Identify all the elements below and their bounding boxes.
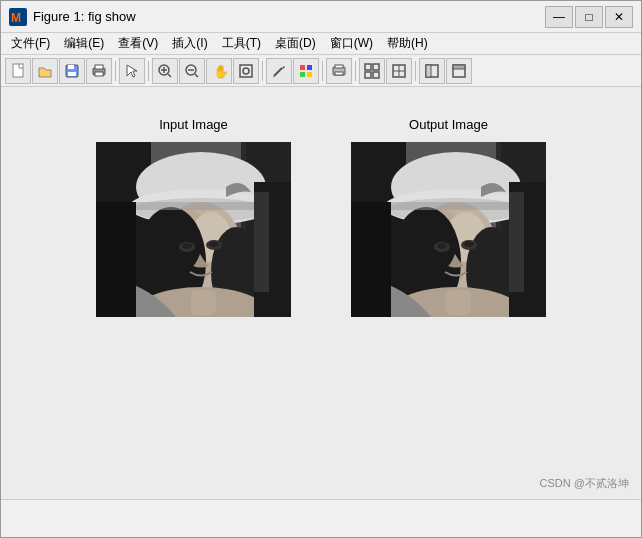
svg-rect-28 [335,72,343,75]
print-button[interactable] [86,58,112,84]
toolbar: ✋ [1,55,641,87]
svg-rect-58 [191,290,216,315]
svg-rect-22 [300,65,305,70]
svg-rect-39 [453,65,465,69]
input-lena-image [96,142,291,317]
separator-6 [415,61,416,81]
svg-rect-32 [373,72,379,78]
input-image-frame [96,142,291,317]
menu-view[interactable]: 查看(V) [112,33,164,54]
color-button[interactable] [293,58,319,84]
zoom-out-button[interactable] [179,58,205,84]
title-bar: M Figure 1: fig show — □ ✕ [1,1,641,33]
window-controls: — □ ✕ [545,6,633,28]
input-image-label: Input Image [159,117,228,132]
input-image-panel: Input Image [96,117,291,317]
menu-tools[interactable]: 工具(T) [216,33,267,54]
svg-rect-5 [68,72,76,76]
save-button[interactable] [59,58,85,84]
matlab-icon: M [9,8,27,26]
svg-marker-9 [127,65,137,77]
svg-rect-81 [351,202,391,317]
svg-rect-29 [365,64,371,70]
window-title: Figure 1: fig show [33,9,545,24]
watermark: CSDN @不贰洛坤 [540,476,629,491]
separator-1 [115,61,116,81]
svg-rect-4 [68,65,74,69]
output-image-panel: Output Image [351,117,546,317]
svg-text:✋: ✋ [213,63,227,79]
svg-point-54 [182,243,192,249]
menu-window[interactable]: 窗口(W) [324,33,379,54]
separator-3 [262,61,263,81]
open-file-button[interactable] [32,58,58,84]
separator-4 [322,61,323,81]
output-image-label: Output Image [409,117,488,132]
new-file-button[interactable] [5,58,31,84]
svg-rect-61 [254,192,269,292]
close-button[interactable]: ✕ [605,6,633,28]
zoom-extent-button[interactable] [233,58,259,84]
svg-point-76 [437,243,447,249]
svg-rect-31 [365,72,371,78]
svg-text:M: M [11,11,21,25]
menu-bar: 文件(F) 编辑(E) 查看(V) 插入(I) 工具(T) 桌面(D) 窗口(W… [1,33,641,55]
panel-button[interactable] [446,58,472,84]
svg-rect-59 [96,202,136,317]
pan-button[interactable]: ✋ [206,58,232,84]
menu-desktop[interactable]: 桌面(D) [269,33,322,54]
svg-point-19 [243,68,249,74]
svg-rect-8 [95,72,103,76]
svg-rect-25 [307,72,312,77]
output-image-frame [351,142,546,317]
status-bar [1,499,641,519]
menu-help[interactable]: 帮助(H) [381,33,434,54]
svg-line-15 [195,74,198,77]
separator-2 [148,61,149,81]
cursor-button[interactable] [119,58,145,84]
svg-rect-80 [446,290,471,315]
svg-rect-37 [426,65,431,77]
zoom-in-button[interactable] [152,58,178,84]
output-lena-image [351,142,546,317]
svg-rect-23 [307,65,312,70]
print-fig-button[interactable] [326,58,352,84]
tile-button[interactable] [359,58,385,84]
separator-5 [355,61,356,81]
main-content: Input Image [1,87,641,519]
svg-point-78 [464,241,474,247]
svg-rect-83 [509,192,524,292]
svg-rect-24 [300,72,305,77]
svg-rect-30 [373,64,379,70]
menu-insert[interactable]: 插入(I) [166,33,213,54]
images-row: Input Image [31,117,611,317]
svg-point-56 [209,241,219,247]
svg-rect-18 [240,65,252,77]
svg-line-20 [274,68,282,76]
svg-rect-27 [335,65,343,68]
svg-rect-7 [95,65,103,69]
brush-button[interactable] [266,58,292,84]
minimize-button[interactable]: — [545,6,573,28]
menu-edit[interactable]: 编辑(E) [58,33,110,54]
svg-line-11 [168,74,171,77]
untile-button[interactable] [386,58,412,84]
svg-rect-2 [13,64,23,77]
svg-rect-79 [391,202,521,210]
svg-rect-57 [136,202,266,210]
menu-file[interactable]: 文件(F) [5,33,56,54]
dock-button[interactable] [419,58,445,84]
maximize-button[interactable]: □ [575,6,603,28]
